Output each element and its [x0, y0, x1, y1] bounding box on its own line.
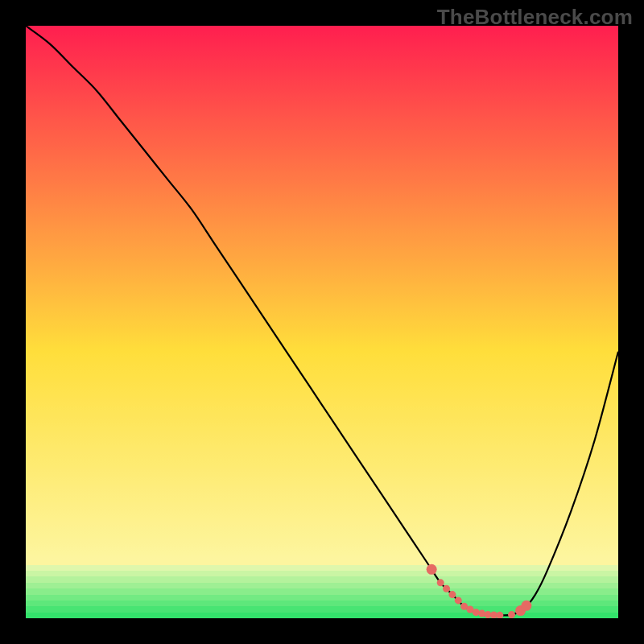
curve-marker [448, 591, 456, 598]
chart-frame: TheBottleneck.com [0, 0, 644, 644]
curve-marker [443, 585, 450, 592]
plot-area [26, 26, 618, 618]
curve-marker [521, 601, 531, 611]
curve-marker [455, 597, 462, 604]
curve-marker [437, 579, 444, 586]
gradient-backdrop [26, 26, 618, 618]
plot-svg [26, 26, 618, 618]
watermark-text: TheBottleneck.com [437, 5, 633, 30]
curve-marker [508, 611, 515, 618]
curve-marker [427, 564, 437, 575]
